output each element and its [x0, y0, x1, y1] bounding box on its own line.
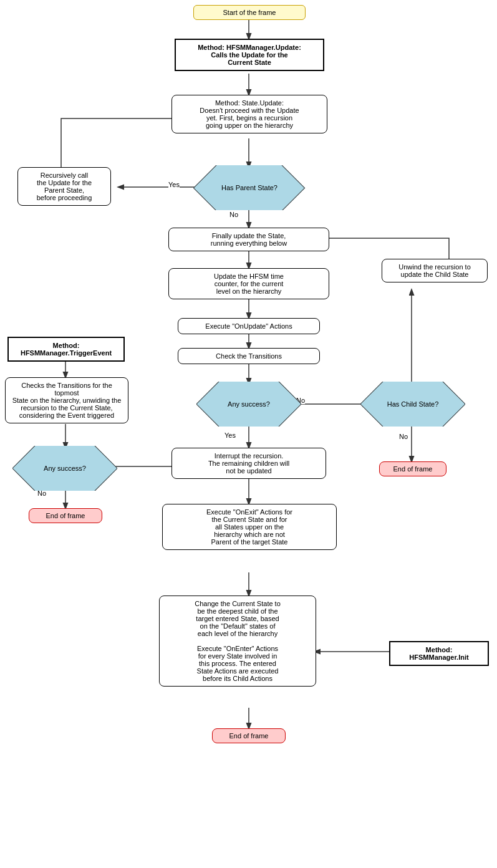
unwind-recursion-node: Unwind the recursion to update the Child…	[382, 259, 488, 282]
flowchart-diagram: Yes No No No Yes Yes Yes No Start of the…	[0, 0, 497, 868]
label-yes-success-main: Yes	[224, 432, 236, 439]
on-exit-node: Execute "OnExit" Actions for the Current…	[162, 504, 337, 550]
has-child-diamond: Has Child State?	[360, 382, 465, 427]
any-success-left-diamond: Any success?	[12, 446, 117, 491]
state-update-node: Method: State.Update: Doesn't proceed wi…	[171, 95, 327, 133]
label-no-child: No	[399, 433, 408, 440]
interrupt-node: Interrupt the recursion. The remaining c…	[171, 448, 326, 479]
hfsm-init-node: Method: HFSMManager.Init	[389, 641, 489, 666]
checks-transitions-left-node: Checks the Transitions for the topmost S…	[5, 377, 128, 423]
method-update-node: Method: HFSMManager.Update: Calls the Up…	[175, 39, 324, 71]
any-success-main-diamond: Any success?	[196, 382, 301, 427]
recursive-call-node: Recursively call the Update for the Pare…	[17, 167, 111, 206]
end-frame-right-node: End of frame	[379, 461, 446, 476]
end-frame-bottom-node: End of frame	[212, 728, 286, 743]
label-yes-parent: Yes	[168, 181, 180, 188]
start-node: Start of the frame	[193, 5, 306, 20]
end-frame-left-node: End of frame	[29, 508, 102, 523]
check-transitions-node: Check the Transitions	[178, 348, 320, 364]
has-parent-diamond: Has Parent State?	[193, 165, 306, 210]
trigger-event-node: Method: HFSMManager.TriggerEvent	[7, 337, 125, 362]
label-no-parent: No	[229, 211, 238, 218]
on-update-node: Execute "OnUpdate" Actions	[178, 318, 320, 334]
finally-update-node: Finally update the State, running everyt…	[168, 228, 329, 251]
hfsm-timer-node: Update the HFSM time counter, for the cu…	[168, 268, 329, 299]
change-state-node: Change the Current State to be the deepe…	[159, 596, 316, 687]
